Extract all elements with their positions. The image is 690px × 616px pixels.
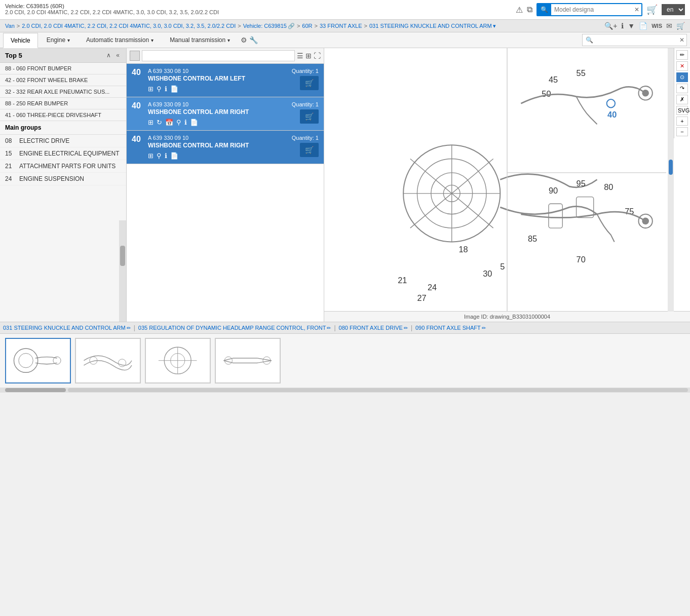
list-item[interactable]: 08 ELECTRIC DRIVE bbox=[0, 135, 126, 147]
grid-view-icon[interactable]: ⊞ bbox=[305, 52, 312, 60]
nav-search-input[interactable] bbox=[596, 34, 677, 46]
zoom-in-btn[interactable]: + bbox=[676, 117, 688, 126]
add-to-cart-button[interactable]: 🛒 bbox=[300, 109, 319, 124]
thumbnail-031[interactable] bbox=[5, 338, 71, 383]
nav-search-clear[interactable]: ✕ bbox=[677, 34, 686, 46]
tab-manual[interactable]: Manual transmission ▾ bbox=[162, 32, 238, 48]
add-to-cart-button[interactable]: 🛒 bbox=[300, 76, 319, 90]
cart-icon[interactable]: 🛒 bbox=[646, 4, 658, 15]
list-item[interactable]: 24 ENGINE SUSPENSION bbox=[0, 173, 126, 185]
thumb-label-090[interactable]: 090 FRONT AXLE SHAFT ✏ bbox=[415, 324, 486, 331]
zoom-out-btn[interactable]: − bbox=[676, 127, 688, 136]
nav-search-button[interactable]: 🔍 bbox=[583, 34, 596, 46]
tab-engine-arrow: ▾ bbox=[67, 37, 70, 43]
breadcrumb-van[interactable]: Van bbox=[5, 23, 15, 29]
doc-icon[interactable]: 📄 bbox=[170, 152, 178, 160]
close-x-icon[interactable]: ✗ bbox=[676, 95, 688, 104]
filter-icon[interactable]: ▼ bbox=[628, 22, 635, 30]
info-icon[interactable]: ℹ bbox=[184, 119, 187, 126]
expand-icon[interactable]: ⛶ bbox=[314, 52, 321, 60]
part-qty: Quantity: 1 🛒 bbox=[292, 101, 319, 124]
thumbnail-035[interactable] bbox=[75, 338, 141, 383]
history-icon[interactable]: ↷ bbox=[676, 84, 688, 93]
mail-icon[interactable]: ✉ bbox=[666, 22, 672, 30]
info-icon[interactable]: ℹ bbox=[621, 22, 624, 30]
breadcrumb-engines[interactable]: 2.0 CDI, 2.0 CDI 4MATIC, 2.2 CDI, 2.2 CD… bbox=[22, 23, 236, 29]
thumbnail-labels: 031 STEERING KNUCKLE AND CONTROL ARM ✏ |… bbox=[0, 322, 690, 334]
thumb-label-035[interactable]: 035 REGULATION OF DYNAMIC HEADLAMP RANGE… bbox=[138, 324, 331, 331]
list-view-icon[interactable]: ☰ bbox=[297, 52, 303, 60]
cart2-icon[interactable]: 🛒 bbox=[676, 22, 685, 30]
copy-icon[interactable]: ⧉ bbox=[527, 5, 532, 14]
vehicle-link-icon[interactable]: 🔗 bbox=[288, 23, 295, 29]
table-icon[interactable]: ⊞ bbox=[148, 85, 154, 93]
header-right: ⚠ ⧉ 🔍 ✕ 🛒 en de fr bbox=[516, 3, 685, 16]
target-icon[interactable]: ⊙ bbox=[676, 72, 688, 82]
bottom-scrollbar[interactable] bbox=[0, 388, 690, 393]
list-item[interactable]: 41 - 060 THREE-PIECE DRIVESHAFT bbox=[0, 109, 126, 121]
wis-icon[interactable]: WIS bbox=[651, 23, 662, 29]
edit-icon[interactable]: ✏ bbox=[676, 50, 688, 60]
thumbnail-080[interactable] bbox=[145, 338, 211, 383]
refresh-icon[interactable]: ↻ bbox=[157, 119, 162, 126]
group-num: 15 bbox=[5, 150, 15, 157]
parts-search-input[interactable] bbox=[142, 50, 295, 61]
breadcrumb-steering-knuckle[interactable]: 031 STEERING KNUCKLE AND CONTROL ARM bbox=[369, 23, 492, 29]
table-icon[interactable]: ⊞ bbox=[148, 152, 154, 160]
nav-search-box: 🔍 ✕ bbox=[582, 34, 687, 46]
zoom-in-icon[interactable]: 🔍+ bbox=[604, 22, 617, 30]
sep: | bbox=[334, 324, 335, 331]
calendar-icon[interactable]: 📅 bbox=[165, 119, 173, 126]
breadcrumb-vehicle[interactable]: Vehicle: C639815 bbox=[243, 23, 287, 29]
list-item[interactable]: 21 ATTACHMENT PARTS FOR UNITS bbox=[0, 160, 126, 173]
group-num: 08 bbox=[5, 137, 15, 144]
doc-icon[interactable]: 📄 bbox=[190, 119, 198, 126]
link-icon[interactable]: ⚲ bbox=[157, 85, 162, 93]
link-icon[interactable]: ⚲ bbox=[157, 152, 162, 160]
qty-label: Quantity: 1 bbox=[292, 101, 319, 107]
thumb-label-080[interactable]: 080 FRONT AXLE DRIVE ✏ bbox=[339, 324, 408, 331]
breadcrumb-dropdown-icon[interactable]: ▾ bbox=[493, 23, 496, 29]
table-icon[interactable]: ⊞ bbox=[148, 119, 154, 126]
breadcrumb-60r[interactable]: 60R bbox=[302, 23, 312, 29]
model-search-input[interactable] bbox=[551, 4, 632, 15]
link-icon[interactable]: ⚲ bbox=[176, 119, 181, 126]
header: Vehicle: C639815 (60R) 2.0 CDI, 2.0 CDI … bbox=[0, 0, 690, 20]
group-label: ELECTRIC DRIVE bbox=[19, 137, 69, 144]
list-item[interactable]: 88 - 060 FRONT BUMPER bbox=[0, 63, 126, 74]
list-item[interactable]: 42 - 002 FRONT WHEEL BRAKE bbox=[0, 74, 126, 86]
info-icon[interactable]: ℹ bbox=[165, 152, 167, 160]
doc-icon[interactable]: 📄 bbox=[170, 85, 178, 93]
list-item[interactable]: 88 - 250 REAR BUMPER bbox=[0, 98, 126, 109]
top5-title: Top 5 bbox=[5, 52, 22, 59]
part-name: WISHBONE CONTROL ARM LEFT bbox=[148, 75, 288, 82]
tab-vehicle[interactable]: Vehicle bbox=[3, 33, 38, 48]
group-label: ENGINE ELECTRICAL EQUIPMENT bbox=[19, 150, 120, 157]
color-swatch bbox=[130, 51, 140, 61]
image-id-label: Image ID: drawing_B33031000004 bbox=[324, 311, 690, 322]
model-search-button[interactable]: 🔍 bbox=[538, 4, 551, 15]
add-to-cart-button[interactable]: 🛒 bbox=[300, 143, 319, 157]
top5-list: 88 - 060 FRONT BUMPER 42 - 002 FRONT WHE… bbox=[0, 63, 126, 322]
top5-close-btn[interactable]: « bbox=[114, 51, 121, 59]
warning-icon[interactable]: ⚠ bbox=[516, 5, 523, 15]
thumbnail-090[interactable] bbox=[215, 338, 281, 383]
close-diagram-btn[interactable]: ✕ bbox=[676, 61, 688, 71]
info-icon[interactable]: ℹ bbox=[165, 85, 167, 93]
list-item[interactable]: 32 - 332 REAR AXLE PNEUMATIC SUS... bbox=[0, 86, 126, 98]
center-panel: ☰ ⊞ ⛶ 40 A 639 330 08 10 WISHBONE CONTRO… bbox=[127, 48, 324, 322]
tab-engine[interactable]: Engine ▾ bbox=[39, 32, 78, 48]
breadcrumb-front-axle[interactable]: 33 FRONT AXLE bbox=[320, 23, 362, 29]
settings-icon[interactable]: ⚙ bbox=[241, 36, 247, 44]
language-select[interactable]: en de fr bbox=[662, 4, 685, 15]
model-search-clear[interactable]: ✕ bbox=[632, 4, 641, 15]
list-item[interactable]: 15 ENGINE ELECTRICAL EQUIPMENT bbox=[0, 147, 126, 160]
tools-icon[interactable]: 🔧 bbox=[249, 36, 258, 44]
doc-icon[interactable]: 📄 bbox=[639, 22, 647, 30]
diagram-area[interactable]: 21 24 27 18 30 5 45 55 50 bbox=[324, 48, 690, 311]
top5-collapse-btn[interactable]: ∧ bbox=[105, 51, 112, 59]
tab-automatic[interactable]: Automatic transmission ▾ bbox=[79, 32, 161, 48]
svg-icon[interactable]: SVG bbox=[676, 106, 688, 115]
thumb-label-031[interactable]: 031 STEERING KNUCKLE AND CONTROL ARM ✏ bbox=[3, 324, 131, 331]
part-qty: Quantity: 1 🛒 bbox=[292, 68, 319, 90]
